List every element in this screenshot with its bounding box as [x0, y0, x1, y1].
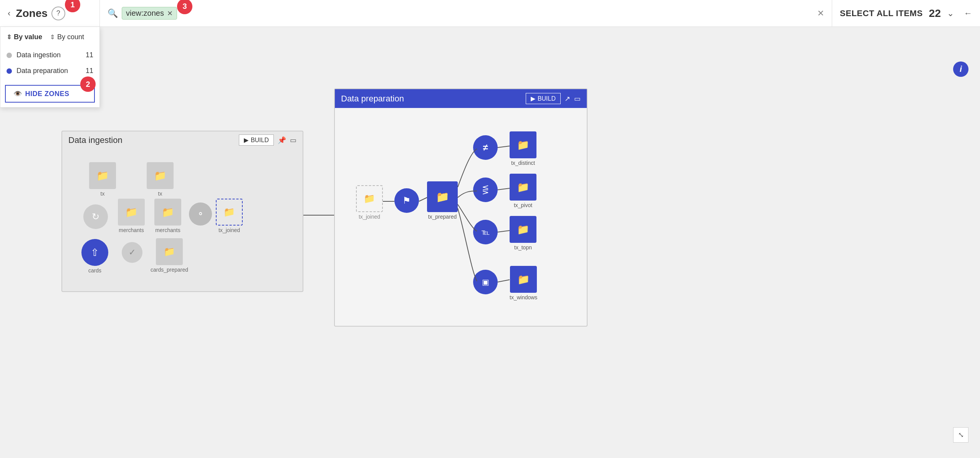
check-circle: ✓ [122, 242, 142, 263]
brush-circle: ⚑ [394, 188, 419, 213]
merchants-box-label: merchants [155, 227, 180, 233]
back-button[interactable]: ‹ [8, 8, 10, 18]
main-canvas: Data ingestion ▶ BUILD 📌 ▭ 📁 tx 📁 tx ↻ [0, 27, 980, 458]
data-prep-actions: ▶ BUILD ↗ ▭ [526, 93, 581, 104]
tx-prepared-box: 📁 [427, 181, 458, 212]
sort-by-count-label: By count [57, 33, 84, 41]
help-button[interactable]: ? [51, 7, 65, 20]
zone-ingestion-count: 11 [86, 51, 93, 59]
tx-top-label: tx [101, 191, 105, 197]
svg-line-16 [419, 197, 427, 201]
sort-value-icon: ⇕ [7, 33, 12, 41]
node-cards-prepared[interactable]: 📁 cards_prepared [151, 238, 188, 273]
tx-box: 📁 [147, 162, 174, 189]
merchants-folder-label: merchants [119, 227, 144, 233]
node-windows-circle[interactable]: ▣ [473, 270, 498, 294]
zone-ingestion-actions: ▶ BUILD 📌 ▭ [239, 134, 296, 146]
tx-topn-box: 📁 [510, 216, 536, 243]
cards-prepared-label: cards_prepared [151, 267, 188, 273]
prep-expand-icon[interactable]: ▭ [574, 95, 581, 103]
node-tx-pivot[interactable]: 📁 tx_pivot [510, 174, 536, 208]
data-prep-title: Data preparation [341, 94, 404, 104]
annotation-badge-1: 1 [65, 0, 80, 12]
prep-build-label: BUILD [538, 95, 556, 102]
zones-section: ‹ Zones ? 1 [0, 0, 100, 27]
tx-distinct-box: 📁 [510, 131, 536, 158]
pivot-circle: ⋚ [473, 178, 498, 202]
data-preparation-zone: Data preparation ▶ BUILD ↗ ▭ 📁 tx_joined… [334, 88, 588, 327]
ingestion-pin-icon[interactable]: 📌 [278, 136, 286, 144]
merchants-box: 📁 [154, 199, 181, 226]
zone-rows: Data ingestion 11 Data preparation 11 [0, 44, 99, 82]
node-tx-prepared[interactable]: 📁 tx_prepared [427, 181, 458, 220]
tx-topn-label: tx_topn [514, 244, 532, 251]
expand-button[interactable]: ⤡ [953, 427, 968, 443]
node-distinct-circle[interactable]: ≠ [473, 135, 498, 160]
search-section: 🔍 view:zones ✕ 3 ✕ [100, 0, 832, 27]
tx-prepared-label: tx_prepared [428, 214, 457, 220]
search-clear-button[interactable]: ✕ [817, 8, 824, 18]
prep-build-play-icon: ▶ [531, 95, 535, 102]
tx-top-box: 📁 [89, 162, 116, 189]
annotation-badge-3: 3 [177, 0, 192, 14]
zone-ingestion-header: Data ingestion ▶ BUILD 📌 ▭ [62, 131, 303, 149]
svg-line-18 [498, 188, 510, 190]
data-ingestion-zone: Data ingestion ▶ BUILD 📌 ▭ 📁 tx 📁 tx ↻ [61, 131, 303, 292]
search-tag[interactable]: view:zones ✕ [122, 7, 177, 20]
sort-by-value-tab[interactable]: ⇕ By value [7, 33, 42, 41]
node-check[interactable]: ✓ [122, 242, 142, 263]
windows-circle: ▣ [473, 270, 498, 294]
topn-circle: ℡ [473, 220, 498, 244]
build-play-icon: ▶ [244, 136, 248, 144]
zone-ingestion-title: Data ingestion [68, 135, 122, 145]
node-pivot-circle[interactable]: ⋚ [473, 178, 498, 202]
cards-prepared-box: 📁 [156, 238, 183, 265]
annotation-badge-2: 2 [80, 76, 96, 92]
cards-label: cards [88, 267, 101, 274]
node-brush[interactable]: ⚑ [394, 188, 419, 213]
node-tx-topn[interactable]: 📁 tx_topn [510, 216, 536, 251]
prep-build-button[interactable]: ▶ BUILD [526, 93, 561, 104]
merchants-folder: 📁 [118, 199, 145, 226]
tx-windows-label: tx_windows [510, 294, 537, 300]
node-tx-box[interactable]: 📁 tx [147, 162, 174, 197]
select-all-dropdown[interactable]: ⌄ [947, 8, 954, 18]
node-topn-circle[interactable]: ℡ [473, 220, 498, 244]
hide-zones-label: HIDE ZONES [25, 90, 70, 98]
info-button[interactable]: i [953, 61, 968, 77]
zone-preparation-count: 11 [86, 67, 93, 75]
tx-joined-ghost-label: tx_joined [359, 214, 380, 220]
zone-row-preparation[interactable]: Data preparation 11 [0, 63, 99, 79]
nav-prev-button[interactable]: ← [964, 8, 972, 18]
ingestion-expand-icon[interactable]: ▭ [290, 136, 296, 144]
prep-pin-icon[interactable]: ↗ [564, 95, 570, 103]
zone-dot-blue [7, 68, 12, 74]
distinct-circle: ≠ [473, 135, 498, 160]
node-reload[interactable]: ↻ [83, 204, 108, 229]
zone-row-ingestion[interactable]: Data ingestion 11 [0, 47, 99, 63]
sort-by-count-tab[interactable]: ⇕ By count [50, 33, 84, 41]
hide-zones-icon: 👁️ [13, 90, 22, 98]
tx-pivot-box: 📁 [510, 174, 536, 201]
reload-circle: ↻ [83, 204, 108, 229]
ingestion-build-label: BUILD [251, 137, 269, 144]
node-merchants-box[interactable]: 📁 merchants [154, 199, 181, 233]
node-tx-windows[interactable]: 📁 tx_windows [510, 266, 537, 300]
ingestion-build-button[interactable]: ▶ BUILD [239, 134, 274, 146]
svg-line-20 [498, 280, 510, 282]
node-join[interactable]: ⚬ [189, 202, 212, 226]
node-tx-top[interactable]: 📁 tx [89, 162, 116, 197]
sort-by-value-label: By value [14, 33, 42, 41]
node-tx-joined-ghost[interactable]: 📁 tx_joined [356, 185, 383, 220]
cards-circle: ⇧ [81, 239, 108, 266]
node-tx-distinct[interactable]: 📁 tx_distinct [510, 131, 536, 166]
zone-ingestion-label: Data ingestion [17, 51, 61, 59]
top-bar: ‹ Zones ? 1 🔍 view:zones ✕ 3 ✕ SELECT AL… [0, 0, 980, 27]
join-circle: ⚬ [189, 202, 212, 226]
svg-line-17 [498, 146, 510, 148]
zone-dot-gray [7, 53, 12, 58]
node-merchants-folder[interactable]: 📁 merchants [118, 199, 145, 233]
node-tx-joined[interactable]: 📁 tx_joined [216, 199, 243, 233]
node-cards[interactable]: ⇧ cards [81, 239, 108, 274]
search-tag-close[interactable]: ✕ [167, 9, 173, 18]
